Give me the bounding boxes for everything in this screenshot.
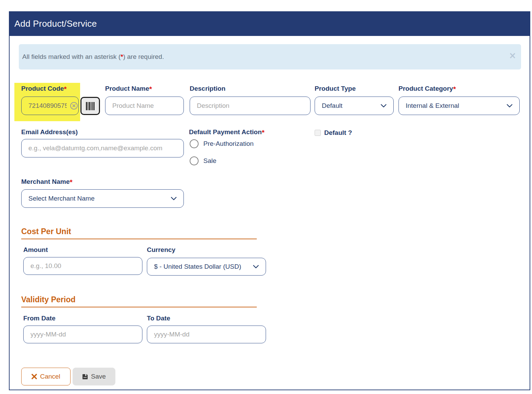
cost-per-unit-title: Cost Per Unit bbox=[21, 227, 71, 236]
required-asterisk: * bbox=[149, 85, 152, 93]
product-type-value: Default bbox=[322, 102, 342, 110]
barcode-icon bbox=[86, 102, 95, 111]
amount-label: Amount bbox=[23, 246, 48, 254]
merchant-name-label: Merchant Name* bbox=[21, 178, 73, 186]
section-divider bbox=[21, 239, 257, 239]
page-title: Add Product/Service bbox=[14, 18, 97, 29]
chevron-down-icon bbox=[507, 104, 512, 108]
product-type-select[interactable]: Default bbox=[315, 97, 394, 115]
to-date-input[interactable] bbox=[147, 326, 266, 343]
pre-authorization-label: Pre-Authorization bbox=[203, 140, 254, 148]
product-category-value: Internal & External bbox=[406, 102, 459, 110]
cancel-x-icon bbox=[31, 374, 37, 379]
to-date-label: To Date bbox=[147, 315, 170, 322]
sale-label: Sale bbox=[203, 157, 216, 165]
required-asterisk: * bbox=[453, 85, 456, 93]
clear-product-code-icon[interactable] bbox=[70, 102, 78, 110]
currency-label: Currency bbox=[147, 246, 175, 254]
required-asterisk: * bbox=[70, 178, 73, 186]
cancel-button-label: Cancel bbox=[40, 373, 60, 380]
pre-authorization-radio[interactable] bbox=[190, 139, 199, 148]
from-date-input[interactable] bbox=[23, 326, 142, 343]
product-type-label: Product Type bbox=[315, 85, 356, 92]
product-name-input[interactable] bbox=[105, 97, 184, 115]
payment-action-option: Pre-Authorization bbox=[190, 139, 254, 148]
required-fields-alert: All fields marked with an asterisk (*) a… bbox=[19, 44, 521, 69]
amount-input[interactable] bbox=[23, 257, 142, 275]
product-category-select[interactable]: Internal & External bbox=[398, 97, 520, 115]
scan-barcode-button[interactable] bbox=[80, 97, 100, 115]
payment-action-option: Sale bbox=[190, 156, 216, 165]
email-input[interactable] bbox=[21, 139, 184, 157]
product-category-label: Product Category* bbox=[398, 85, 456, 93]
email-label: Email Address(es) bbox=[21, 128, 78, 136]
alert-close-icon[interactable]: × bbox=[509, 51, 516, 60]
merchant-name-value: Select Merchant Name bbox=[28, 195, 94, 202]
save-floppy-icon bbox=[82, 374, 88, 380]
default-checkbox[interactable] bbox=[315, 130, 321, 136]
save-button[interactable]: Save bbox=[73, 368, 115, 385]
required-asterisk: * bbox=[121, 53, 123, 60]
payment-action-label: Default Payment Action* bbox=[189, 128, 265, 137]
description-label: Description bbox=[190, 85, 226, 92]
required-asterisk: * bbox=[262, 128, 265, 136]
chevron-down-icon bbox=[381, 104, 387, 108]
currency-select[interactable]: $ - United States Dollar (USD) bbox=[147, 258, 266, 276]
default-checkbox-label: Default ? bbox=[324, 129, 352, 137]
chevron-down-icon bbox=[171, 197, 177, 201]
sale-radio[interactable] bbox=[190, 156, 199, 165]
chevron-down-icon bbox=[253, 265, 259, 269]
save-button-label: Save bbox=[91, 373, 106, 380]
from-date-label: From Date bbox=[23, 315, 55, 322]
description-input[interactable] bbox=[190, 97, 311, 115]
required-asterisk: * bbox=[64, 85, 67, 93]
validity-period-title: Validity Period bbox=[21, 295, 76, 304]
default-checkbox-row: Default ? bbox=[315, 129, 352, 137]
add-product-service-card: Add Product/Service All fields marked wi… bbox=[9, 11, 530, 390]
section-divider bbox=[21, 307, 257, 307]
alert-text: All fields marked with an asterisk (*) a… bbox=[22, 53, 164, 61]
card-header: Add Product/Service bbox=[9, 11, 530, 36]
product-code-label: Product Code* bbox=[21, 85, 67, 93]
currency-value: $ - United States Dollar (USD) bbox=[154, 263, 241, 270]
merchant-name-select[interactable]: Select Merchant Name bbox=[21, 189, 184, 208]
cancel-button[interactable]: Cancel bbox=[21, 368, 71, 385]
product-name-label: Product Name* bbox=[105, 85, 152, 93]
